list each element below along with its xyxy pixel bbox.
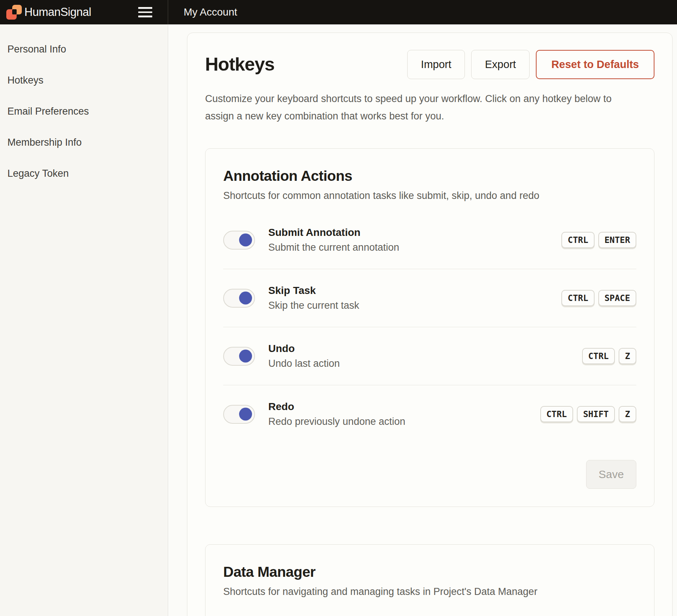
sidebar-item-legacy-token[interactable]: Legacy Token (0, 158, 168, 189)
hotkey-rows: Submit Annotation Submit the current ann… (223, 211, 636, 443)
hotkeys-toolbar: Import Export Reset to Defaults (407, 50, 654, 79)
hotkey-row-title: Skip Task (268, 284, 561, 297)
sidebar-item-personal-info[interactable]: Personal Info (0, 34, 168, 65)
key-chip[interactable]: Z (619, 406, 636, 422)
skip-task-hotkey[interactable]: CTRL SPACE (561, 290, 636, 306)
toggle-knob (239, 234, 252, 247)
key-chip[interactable]: SPACE (598, 290, 636, 306)
hotkey-row-redo: Redo Redo previously undone action CTRL … (223, 385, 636, 443)
data-manager-title: Data Manager (223, 563, 636, 581)
data-manager-section: Data Manager Shortcuts for navigating an… (205, 544, 654, 616)
annotation-actions-subtitle: Shortcuts for common annotation tasks li… (223, 189, 636, 202)
annotation-actions-title: Annotation Actions (223, 167, 636, 185)
save-row: Save (223, 460, 636, 489)
hotkey-row-text: Submit Annotation Submit the current ann… (268, 226, 561, 254)
hotkeys-description: Customize your keyboard shortcuts to spe… (205, 90, 619, 125)
hotkeys-panel-header: Hotkeys Import Export Reset to Defaults (205, 50, 654, 79)
toggle-knob (239, 408, 252, 421)
submit-annotation-toggle[interactable] (223, 231, 255, 250)
hotkey-row-text: Skip Task Skip the current task (268, 284, 561, 312)
hotkeys-panel: Hotkeys Import Export Reset to Defaults … (187, 33, 673, 616)
key-chip[interactable]: CTRL (582, 348, 615, 364)
hotkeys-title: Hotkeys (205, 50, 275, 79)
undo-toggle[interactable] (223, 347, 255, 366)
logo-square-overlap (12, 9, 17, 14)
main-content: Hotkeys Import Export Reset to Defaults … (168, 24, 677, 616)
hamburger-menu-icon[interactable] (138, 6, 152, 19)
hotkey-row-title: Redo (268, 400, 540, 413)
key-chip[interactable]: ENTER (598, 232, 636, 248)
submit-annotation-hotkey[interactable]: CTRL ENTER (561, 232, 636, 248)
key-chip[interactable]: CTRL (540, 406, 573, 422)
hotkey-row-text: Undo Undo last action (268, 342, 582, 370)
undo-hotkey[interactable]: CTRL Z (582, 348, 636, 364)
hotkey-row-subtitle: Undo last action (268, 357, 582, 370)
data-manager-subtitle: Shortcuts for navigating and managing ta… (223, 585, 636, 598)
top-bar-left: HumanSignal (0, 0, 168, 24)
top-bar: HumanSignal My Account (0, 0, 677, 24)
hotkey-row-text: Redo Redo previously undone action (268, 400, 540, 428)
hotkey-row-title: Submit Annotation (268, 226, 561, 239)
brand-link[interactable]: HumanSignal (6, 5, 91, 20)
toggle-knob (239, 292, 252, 305)
key-chip[interactable]: SHIFT (577, 406, 615, 422)
brand-name: HumanSignal (24, 6, 91, 19)
skip-task-toggle[interactable] (223, 289, 255, 308)
key-chip[interactable]: CTRL (561, 290, 594, 306)
hotkey-row-title: Undo (268, 342, 582, 355)
sidebar-item-membership-info[interactable]: Membership Info (0, 127, 168, 158)
annotation-actions-section: Annotation Actions Shortcuts for common … (205, 148, 654, 507)
humansignal-logo-icon (6, 5, 22, 20)
page-title: My Account (184, 0, 237, 24)
toggle-knob (239, 350, 252, 363)
hotkey-row-subtitle: Submit the current annotation (268, 241, 561, 254)
hotkey-row-subtitle: Redo previously undone action (268, 415, 540, 428)
export-button[interactable]: Export (471, 50, 530, 79)
sidebar: Personal Info Hotkeys Email Preferences … (0, 24, 168, 616)
hotkey-row-skip-task: Skip Task Skip the current task CTRL SPA… (223, 269, 636, 327)
redo-hotkey[interactable]: CTRL SHIFT Z (540, 406, 637, 422)
redo-toggle[interactable] (223, 405, 255, 424)
sidebar-item-hotkeys[interactable]: Hotkeys (0, 65, 168, 96)
import-button[interactable]: Import (407, 50, 465, 79)
hotkey-row-submit-annotation: Submit Annotation Submit the current ann… (223, 211, 636, 269)
sidebar-item-email-preferences[interactable]: Email Preferences (0, 96, 168, 127)
hotkey-row-undo: Undo Undo last action CTRL Z (223, 327, 636, 385)
app-shell: Personal Info Hotkeys Email Preferences … (0, 24, 677, 616)
key-chip[interactable]: Z (619, 348, 636, 364)
key-chip[interactable]: CTRL (561, 232, 594, 248)
reset-to-defaults-button[interactable]: Reset to Defaults (536, 50, 654, 79)
save-button[interactable]: Save (586, 460, 636, 489)
hotkey-row-subtitle: Skip the current task (268, 299, 561, 312)
